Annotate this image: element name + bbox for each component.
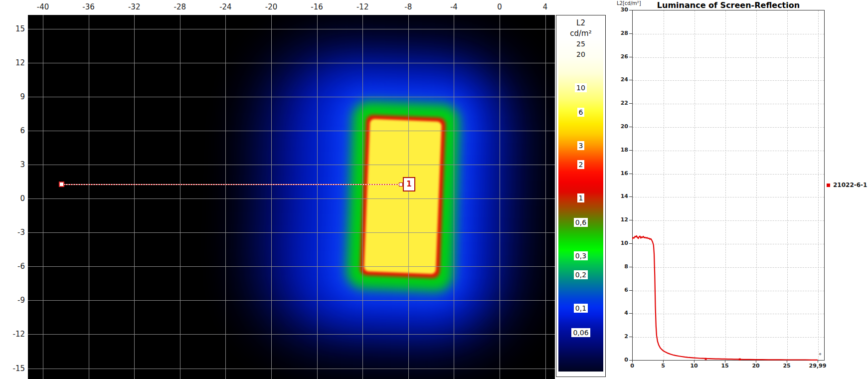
map-y-tick-label: 15 (0, 24, 25, 34)
map-y-tick-label: 0 (0, 193, 25, 203)
colorbar-value-text: 0,6 (574, 218, 588, 227)
chart-y-tick-label: 22 (609, 100, 628, 107)
chart-x-tick-label: 25 (776, 363, 798, 369)
colorbar-value-label: 20 (556, 50, 605, 59)
map-x-tick-label: -32 (123, 2, 145, 11)
colorbar-value-label: 25 (556, 39, 605, 48)
map-x-tick-label: 0 (489, 2, 511, 11)
map-gridline-h (28, 266, 555, 267)
map-gridline-h (28, 334, 555, 335)
chart-y-tick-label: 26 (609, 53, 628, 60)
map-x-tick-label: -12 (351, 2, 373, 11)
colorbar-value-label: 1 (556, 193, 605, 202)
map-y-axis: 15129630-3-6-9-12-15 (0, 0, 28, 379)
chart-x-tick-label: 0 (621, 363, 643, 369)
map-gridline-v (362, 15, 363, 379)
map-x-tick-label: -8 (397, 2, 419, 11)
colorbar-value-label: 0,2 (556, 270, 605, 279)
map-gridline-v (134, 15, 135, 379)
map-x-tick-label: -28 (169, 2, 191, 11)
map-y-tick-label: 3 (0, 160, 25, 170)
map-y-tick-label: 12 (0, 58, 25, 68)
colorbar-value-label: 3 (556, 141, 605, 150)
colorbar-value-text: 0,2 (574, 270, 588, 279)
map-y-tick-label: 9 (0, 92, 25, 102)
colorbar-value-text: 0,3 (574, 251, 588, 260)
map-x-tick-label: -40 (32, 2, 54, 11)
map-gridline-h (28, 97, 555, 97)
colorbar-value-text: 2 (577, 160, 585, 169)
map-gridline-h (28, 232, 555, 233)
profile-start-marker[interactable] (59, 182, 64, 187)
chart-x-tick-label: 29,99 (807, 363, 829, 369)
colorbar-value-text: 6 (577, 108, 585, 117)
map-gridline-v (408, 15, 409, 379)
chart-y-tick-label: 2 (609, 333, 628, 340)
chart-y-tick-label: 18 (609, 147, 628, 154)
map-y-tick-label: -15 (0, 364, 25, 374)
luminance-analysis-window: -40-36-32-28-24-20-16-12-8-404 15129630-… (0, 0, 868, 379)
map-gridlines (28, 15, 555, 379)
map-gridline-h (28, 198, 555, 199)
chart-y-tick-label: 20 (609, 123, 628, 130)
colorbar-value-label: 2 (556, 160, 605, 169)
luminance-map-canvas[interactable]: 1 (28, 15, 555, 379)
colorbar-value-text: 0,1 (574, 304, 588, 313)
profile-region-label[interactable]: 1 (403, 177, 415, 191)
series-polyline (632, 236, 818, 360)
map-x-tick-label: -16 (306, 2, 328, 11)
legend-series-name: 21022-6-1 (833, 182, 867, 189)
series-point-marker (705, 358, 707, 360)
map-gridline-v (89, 15, 89, 379)
map-gridline-v (180, 15, 180, 379)
colorbar-value-label: 6 (556, 108, 605, 117)
chart-x-tick-label: 20 (745, 363, 767, 369)
map-x-tick-label: -24 (214, 2, 236, 11)
map-gridline-h (28, 63, 555, 63)
chart-x-tick-label: 15 (714, 363, 736, 369)
chart-title: Luminance of Screen-Reflection (632, 0, 825, 10)
colorbar-value-text: 1 (577, 193, 585, 202)
luminance-curve (632, 10, 825, 361)
colorbar-value-text: 20 (576, 50, 585, 59)
map-gridline-v (271, 15, 272, 379)
chart-y-tick-label: 14 (609, 193, 628, 200)
map-y-tick-label: -9 (0, 295, 25, 305)
map-gridline-h (28, 29, 555, 29)
chart-x-tick-label: 10 (683, 363, 705, 369)
map-gridline-h (28, 165, 555, 165)
colorbar-value-label: 0,06 (556, 328, 605, 337)
map-y-tick-label: -6 (0, 261, 25, 271)
map-gridline-v (500, 15, 500, 379)
chart-y-tick-label: 10 (609, 240, 628, 247)
colorbar-value-label: 0,3 (556, 251, 605, 260)
chart-y-tick-label: 16 (609, 170, 628, 177)
map-y-tick-label: -3 (0, 227, 25, 237)
map-gridline-v (317, 15, 318, 379)
chart-y-tick-label: 6 (609, 287, 628, 294)
map-gridline-v (43, 15, 43, 379)
chart-x-tick-label: 5 (652, 363, 674, 369)
map-x-tick-label: -4 (443, 2, 465, 11)
legend-item: 21022-6-1 (827, 182, 867, 189)
map-gridline-v (225, 15, 226, 379)
colorbar-value-text: 0,06 (571, 328, 590, 337)
colorbar-value-label: 10 (556, 83, 605, 92)
chart-y-tick-label: 28 (609, 30, 628, 37)
map-gridline-h (28, 300, 555, 301)
map-gridline-v (454, 15, 454, 379)
profile-measurement-line[interactable] (61, 184, 401, 185)
colorbar-value-label: 0,6 (556, 218, 605, 227)
luminance-colorbar: L2 cd/m² 25201063210,60,30,20,10,06 (556, 15, 606, 377)
chart-y-axis-label: L2[cd/m²] (617, 0, 652, 6)
colorbar-value-text: 10 (575, 83, 587, 92)
map-y-tick-label: -12 (0, 329, 25, 339)
legend-series-swatch (827, 184, 830, 187)
map-y-tick-label: 6 (0, 126, 25, 136)
map-gridline-h (28, 369, 555, 369)
chart-y-tick-label: 30 (609, 6, 628, 13)
map-x-tick-label: -36 (78, 2, 100, 11)
colorbar-value-text: 3 (577, 141, 585, 150)
chart-y-tick-label: 12 (609, 216, 628, 223)
colorbar-value-text: 25 (576, 39, 585, 48)
